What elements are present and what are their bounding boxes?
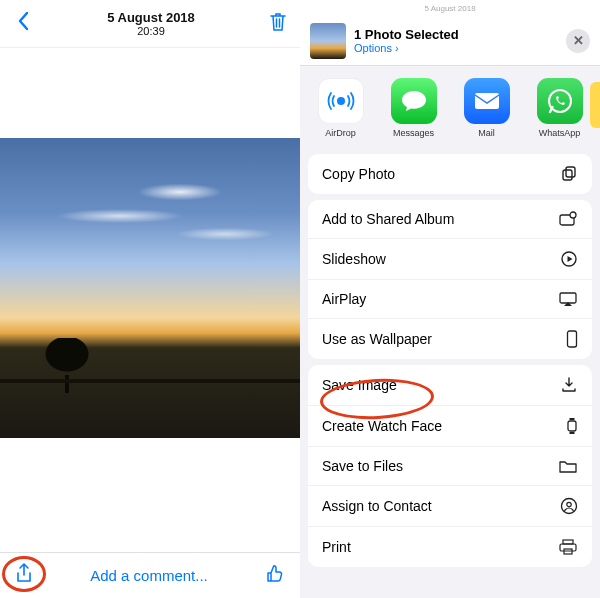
svg-rect-12: [570, 432, 575, 434]
action-label: AirPlay: [322, 291, 366, 307]
airplay-icon: [558, 291, 578, 307]
chevron-left-icon: [16, 11, 30, 31]
photo-footer: Add a comment...: [0, 552, 300, 598]
watch-icon: [566, 417, 578, 435]
share-icon: [14, 562, 34, 586]
app-label: AirDrop: [325, 128, 356, 138]
mail-icon: [464, 78, 510, 124]
app-mail[interactable]: Mail: [458, 78, 516, 138]
share-header-title: 1 Photo Selected: [354, 27, 566, 42]
messages-icon: [391, 78, 437, 124]
action-save-image[interactable]: Save Image: [308, 365, 592, 406]
add-comment-button[interactable]: Add a comment...: [34, 567, 264, 584]
thumbs-up-icon: [264, 563, 286, 585]
action-print[interactable]: Print: [308, 527, 592, 567]
download-icon: [560, 376, 578, 394]
action-copy-photo[interactable]: Copy Photo: [308, 154, 592, 194]
close-icon: ✕: [573, 33, 584, 48]
chevron-right-icon: ›: [395, 42, 399, 54]
close-button[interactable]: ✕: [566, 29, 590, 53]
action-watch-face[interactable]: Create Watch Face: [308, 406, 592, 447]
app-messages[interactable]: Messages: [385, 78, 443, 138]
shared-album-icon: [558, 211, 578, 227]
svg-rect-4: [566, 167, 575, 177]
svg-rect-16: [560, 544, 576, 551]
like-button[interactable]: [264, 563, 286, 589]
trash-icon: [268, 11, 288, 33]
action-label: Use as Wallpaper: [322, 331, 432, 347]
action-slideshow[interactable]: Slideshow: [308, 239, 592, 280]
svg-rect-10: [568, 421, 576, 431]
svg-rect-9: [568, 331, 577, 347]
photo-image[interactable]: [0, 138, 300, 438]
app-airdrop[interactable]: AirDrop: [312, 78, 370, 138]
action-wallpaper[interactable]: Use as Wallpaper: [308, 319, 592, 359]
svg-point-0: [337, 97, 345, 105]
app-label: Mail: [478, 128, 495, 138]
share-sheet: 5 August 2018 1 Photo Selected Options ›…: [300, 0, 600, 598]
back-button[interactable]: [12, 11, 34, 37]
share-bg-date: 5 August 2018: [300, 0, 600, 16]
share-header: 1 Photo Selected Options › ✕: [300, 16, 600, 66]
whatsapp-icon: [537, 78, 583, 124]
action-save-files[interactable]: Save to Files: [308, 447, 592, 486]
photo-title: 5 August 2018 20:39: [34, 10, 268, 37]
folder-icon: [558, 458, 578, 474]
photo-time: 20:39: [34, 25, 268, 37]
photo-view: 5 August 2018 20:39 Add a comment...: [0, 0, 300, 598]
action-group-1: Copy Photo: [308, 154, 592, 194]
app-whatsapp[interactable]: WhatsApp: [531, 78, 589, 138]
svg-point-13: [562, 499, 577, 514]
svg-rect-1: [475, 93, 499, 109]
airdrop-icon: [318, 78, 364, 124]
share-thumbnail: [310, 23, 346, 59]
action-airplay[interactable]: AirPlay: [308, 280, 592, 319]
contact-icon: [560, 497, 578, 515]
action-label: Save Image: [322, 377, 397, 393]
svg-rect-8: [560, 293, 576, 303]
play-circle-icon: [560, 250, 578, 268]
action-label: Save to Files: [322, 458, 403, 474]
svg-rect-11: [570, 418, 575, 420]
action-assign-contact[interactable]: Assign to Contact: [308, 486, 592, 527]
action-label: Print: [322, 539, 351, 555]
app-more-peek[interactable]: [590, 82, 600, 128]
svg-point-14: [567, 502, 571, 506]
app-label: Messages: [393, 128, 434, 138]
action-label: Copy Photo: [322, 166, 395, 182]
app-label: WhatsApp: [539, 128, 581, 138]
copy-icon: [560, 165, 578, 183]
share-apps-row: AirDrop Messages Mail WhatsApp: [300, 66, 600, 148]
share-options-button[interactable]: Options ›: [354, 42, 566, 54]
photo-header: 5 August 2018 20:39: [0, 0, 300, 48]
action-label: Add to Shared Album: [322, 211, 454, 227]
action-label: Slideshow: [322, 251, 386, 267]
action-group-3: Save Image Create Watch Face Save to Fil…: [308, 365, 592, 567]
svg-point-6: [570, 212, 576, 218]
printer-icon: [558, 538, 578, 556]
action-group-2: Add to Shared Album Slideshow AirPlay Us…: [308, 200, 592, 359]
svg-rect-3: [563, 170, 572, 180]
delete-button[interactable]: [268, 11, 288, 37]
action-add-shared-album[interactable]: Add to Shared Album: [308, 200, 592, 239]
action-label: Create Watch Face: [322, 418, 442, 434]
wallpaper-icon: [566, 330, 578, 348]
share-header-text: 1 Photo Selected Options ›: [354, 27, 566, 54]
photo-date: 5 August 2018: [34, 10, 268, 25]
share-button[interactable]: [14, 562, 34, 590]
action-label: Assign to Contact: [322, 498, 432, 514]
